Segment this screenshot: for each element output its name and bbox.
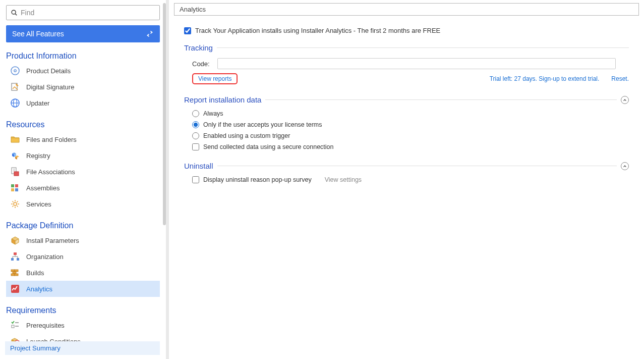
chevron-up-icon: [623, 98, 627, 102]
section-requirements: Requirements: [6, 306, 160, 315]
sidebar-item-label: Updater: [26, 99, 49, 107]
sidebar-item-label: File Associations: [26, 168, 75, 176]
view-reports-button[interactable]: View reports: [192, 73, 238, 84]
sidebar-item-label: Prerequisites: [26, 322, 65, 329]
svg-rect-9: [14, 172, 19, 176]
divider: [217, 166, 617, 166]
uninstall-section-title: Uninstall: [184, 162, 213, 170]
sidebar-item-digital-signature[interactable]: Digital Signature: [6, 79, 160, 95]
section-resources: Resources: [6, 120, 160, 129]
disc-icon: [9, 65, 21, 77]
sidebar-item-analytics[interactable]: Analytics: [6, 281, 160, 297]
divider: [265, 99, 617, 100]
chart-icon: [9, 283, 21, 295]
section-product-information: Product Information: [6, 52, 160, 61]
transfer-icon: [146, 30, 154, 38]
project-summary-label: Project Summary: [10, 344, 61, 352]
project-summary-button[interactable]: Project Summary: [5, 341, 160, 355]
folder-icon: [9, 133, 21, 145]
sidebar-item-builds[interactable]: Builds: [6, 265, 160, 281]
sidebar-item-organization[interactable]: Organization: [6, 248, 160, 265]
sidebar-item-label: Assemblies: [26, 184, 60, 192]
svg-rect-10: [11, 184, 14, 187]
sidebar-item-label: Product Details: [26, 67, 71, 75]
svg-rect-15: [14, 252, 17, 255]
sidebar: See All Features Product Information Pro…: [0, 0, 169, 359]
report-custom-radio[interactable]: [192, 132, 199, 139]
chevron-up-icon: [623, 164, 627, 168]
svg-rect-11: [15, 184, 18, 187]
file-assoc-icon: [9, 166, 21, 178]
report-license-label: Only if the user accepts your license te…: [203, 121, 322, 128]
globe-icon: [9, 97, 21, 109]
sidebar-item-label: Builds: [26, 269, 44, 277]
assemblies-icon: [9, 182, 21, 194]
hierarchy-icon: [9, 250, 21, 263]
svg-rect-13: [15, 188, 18, 191]
search-icon: [11, 9, 18, 16]
code-label: Code:: [192, 60, 217, 68]
sidebar-item-label: Organization: [26, 253, 64, 261]
section-package-definition: Package Definition: [6, 221, 160, 230]
uninstall-survey-checkbox[interactable]: [192, 176, 199, 183]
report-always-radio[interactable]: [192, 110, 199, 117]
svg-rect-25: [12, 325, 14, 328]
sidebar-item-label: Install Parameters: [26, 237, 79, 244]
box-icon: [9, 234, 21, 246]
sidebar-item-prerequisites[interactable]: Prerequisites: [6, 317, 160, 333]
reset-link[interactable]: Reset.: [611, 75, 629, 82]
sidebar-scrollbar[interactable]: [163, 3, 166, 225]
search-box[interactable]: [6, 5, 160, 20]
sidebar-item-files-and-folders[interactable]: Files and Folders: [6, 131, 160, 147]
tracking-section-title: Tracking: [184, 43, 213, 52]
report-license-radio[interactable]: [192, 121, 199, 128]
track-installs-checkbox[interactable]: [184, 27, 191, 34]
svg-rect-12: [11, 188, 14, 191]
see-all-label: See All Features: [12, 30, 64, 38]
svg-rect-21: [11, 274, 15, 276]
sidebar-item-label: Files and Folders: [26, 136, 77, 143]
svg-rect-20: [13, 272, 16, 274]
collapse-button[interactable]: [621, 96, 629, 104]
svg-rect-17: [17, 258, 19, 261]
view-settings-link[interactable]: View settings: [325, 176, 362, 183]
sidebar-item-registry[interactable]: Registry: [6, 147, 160, 164]
sidebar-item-services[interactable]: Services: [6, 196, 160, 212]
track-installs-label: Track Your Application installs using In…: [195, 27, 440, 34]
secure-connection-checkbox[interactable]: [192, 143, 199, 150]
search-input[interactable]: [21, 9, 155, 17]
svg-point-14: [14, 202, 17, 206]
sidebar-item-label: Analytics: [26, 285, 52, 293]
collapse-button[interactable]: [621, 162, 629, 170]
signature-icon: [9, 81, 21, 93]
report-always-label: Always: [203, 110, 223, 117]
sidebar-item-file-associations[interactable]: File Associations: [6, 164, 160, 180]
svg-point-3: [14, 70, 16, 72]
svg-rect-22: [15, 274, 18, 276]
trial-signup-link[interactable]: Trial left: 27 days. Sign-up to extend t…: [490, 75, 600, 82]
report-section-title: Report installation data: [184, 95, 261, 104]
sidebar-item-label: Digital Signature: [26, 83, 74, 91]
checklist-icon: [9, 319, 21, 331]
sidebar-item-label: Registry: [26, 152, 50, 160]
divider: [217, 47, 629, 48]
code-input[interactable]: [217, 58, 616, 69]
main-panel: Analytics Track Your Application install…: [169, 0, 644, 359]
sidebar-item-updater[interactable]: Updater: [6, 95, 160, 111]
sidebar-item-assemblies[interactable]: Assemblies: [6, 180, 160, 196]
svg-rect-16: [11, 258, 14, 261]
sidebar-item-label: Services: [26, 200, 51, 208]
report-custom-label: Enabled using a custom trigger: [203, 132, 290, 139]
sidebar-item-product-details[interactable]: Product Details: [6, 63, 160, 79]
svg-point-0: [12, 10, 16, 14]
bricks-icon: [9, 267, 21, 279]
cubes-icon: [9, 149, 21, 162]
see-all-features-button[interactable]: See All Features: [6, 25, 160, 42]
svg-rect-19: [15, 270, 18, 272]
svg-rect-18: [11, 270, 15, 272]
uninstall-survey-label: Display uninstall reason pop-up survey: [203, 176, 312, 183]
secure-connection-label: Send collected data using a secure conne…: [203, 143, 334, 150]
svg-line-1: [15, 14, 17, 15]
sidebar-item-install-parameters[interactable]: Install Parameters: [6, 232, 160, 248]
gear-icon: [9, 198, 21, 210]
